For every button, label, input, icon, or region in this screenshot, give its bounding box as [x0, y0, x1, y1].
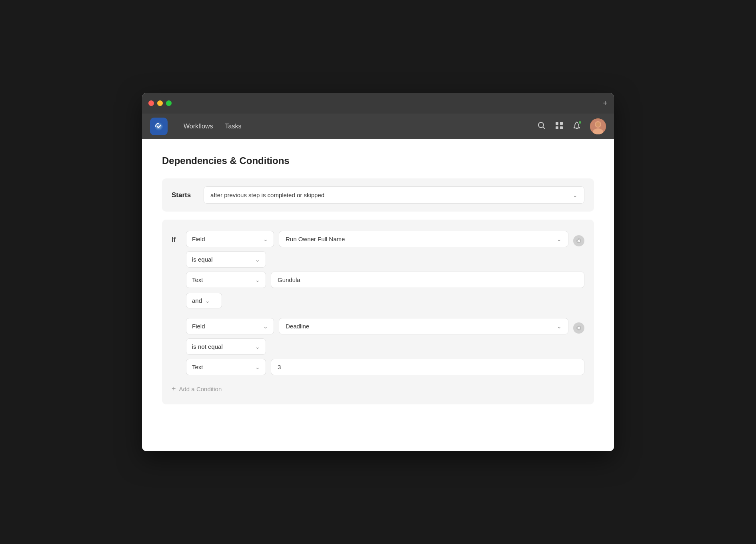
field-value-dropdown-1[interactable]: Run Owner Full Name ⌄: [279, 231, 568, 247]
avatar-image: [590, 118, 606, 134]
starts-section: Starts after previous step is completed …: [162, 178, 594, 212]
condition-group-1: If Field ⌄ Run Owner Full Name ⌄: [172, 231, 584, 308]
svg-rect-2: [560, 122, 563, 125]
value-input-1[interactable]: Gundula: [271, 272, 584, 288]
app-logo: [150, 118, 168, 135]
starts-value: after previous step is completed or skip…: [210, 192, 324, 198]
starts-label: Starts: [172, 191, 196, 199]
value-input-2[interactable]: 3: [271, 359, 584, 375]
app-window: + Workflows Tasks: [142, 93, 614, 451]
page-title: Dependencies & Conditions: [162, 155, 594, 166]
new-tab-button[interactable]: +: [603, 99, 608, 107]
remove-condition-1-button[interactable]: [573, 235, 584, 246]
nav-tasks[interactable]: Tasks: [225, 123, 242, 130]
condition-group-2: Field ⌄ Deadline ⌄: [172, 318, 584, 375]
svg-point-8: [596, 122, 600, 127]
titlebar: +: [142, 93, 614, 114]
notification-bell[interactable]: [572, 121, 581, 132]
field-dropdown-1[interactable]: Field ⌄: [186, 231, 274, 247]
maximize-button[interactable]: [166, 100, 172, 106]
minimize-button[interactable]: [157, 100, 163, 106]
comparator-dropdown-1[interactable]: is equal ⌄: [186, 251, 266, 268]
field-dropdown-2[interactable]: Field ⌄: [186, 318, 274, 334]
svg-rect-1: [556, 122, 558, 125]
grid-icon[interactable]: [555, 121, 564, 132]
field-chevron-icon-1: ⌄: [263, 236, 268, 242]
comparator-label-1: is equal: [192, 256, 213, 263]
type-chevron-icon-1: ⌄: [255, 277, 260, 283]
main-content: Dependencies & Conditions Starts after p…: [142, 139, 614, 451]
navbar: Workflows Tasks: [142, 114, 614, 139]
comparator-chevron-icon-2: ⌄: [255, 344, 260, 350]
starts-chevron-icon: ⌄: [573, 192, 578, 198]
field-value-chevron-icon-2: ⌄: [557, 323, 562, 330]
type-dropdown-1[interactable]: Text ⌄: [186, 272, 266, 288]
type-label-2: Text: [192, 364, 203, 370]
field-label-2: Field: [192, 323, 205, 330]
if-label: If: [172, 231, 186, 244]
conditions-section: If Field ⌄ Run Owner Full Name ⌄: [162, 220, 594, 404]
close-button[interactable]: [148, 100, 154, 106]
type-chevron-icon-2: ⌄: [255, 364, 260, 370]
field-value-dropdown-2[interactable]: Deadline ⌄: [279, 318, 568, 334]
field-chevron-icon-2: ⌄: [263, 323, 268, 330]
type-label-1: Text: [192, 276, 203, 283]
add-condition-label: Add a Condition: [179, 386, 222, 392]
comparator-chevron-icon-1: ⌄: [255, 256, 260, 263]
value-text-2: 3: [278, 364, 281, 370]
add-condition-button[interactable]: + Add a Condition: [172, 385, 584, 393]
svg-rect-4: [560, 126, 563, 129]
value-text-1: Gundula: [278, 276, 300, 283]
field-label-1: Field: [192, 236, 205, 242]
starts-dropdown[interactable]: after previous step is completed or skip…: [204, 186, 584, 204]
comparator-dropdown-2[interactable]: is not equal ⌄: [186, 338, 266, 355]
field-value-label-2: Deadline: [286, 323, 309, 330]
connector-dropdown[interactable]: and ⌄: [186, 293, 222, 308]
nav-right: [537, 118, 606, 134]
traffic-lights: [148, 100, 172, 106]
nav-workflows[interactable]: Workflows: [184, 123, 213, 130]
connector-chevron-icon: ⌄: [205, 298, 210, 304]
add-condition-plus-icon: +: [172, 385, 176, 393]
remove-condition-2-button[interactable]: [573, 322, 584, 334]
type-dropdown-2[interactable]: Text ⌄: [186, 359, 266, 375]
field-value-chevron-icon-1: ⌄: [557, 236, 562, 242]
connector-label: and: [192, 297, 202, 304]
field-value-label-1: Run Owner Full Name: [286, 236, 345, 242]
search-icon[interactable]: [537, 121, 546, 132]
svg-rect-3: [556, 126, 558, 129]
avatar[interactable]: [590, 118, 606, 134]
comparator-label-2: is not equal: [192, 343, 223, 350]
notification-dot: [578, 120, 582, 124]
